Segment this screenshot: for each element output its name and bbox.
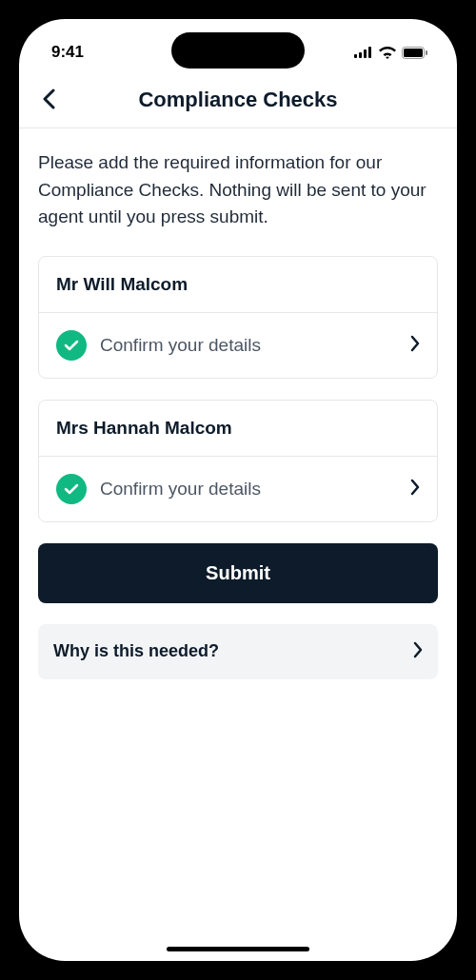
why-needed-label: Why is this needed?	[53, 641, 219, 661]
svg-rect-6	[426, 50, 427, 55]
status-indicators	[354, 47, 428, 59]
chevron-left-icon	[42, 88, 55, 109]
check-circle-icon	[56, 330, 87, 361]
submit-button[interactable]: Submit	[38, 543, 438, 603]
content-area: Please add the required information for …	[19, 128, 457, 700]
back-button[interactable]	[38, 85, 59, 116]
svg-rect-3	[368, 47, 371, 58]
page-title: Compliance Checks	[38, 88, 438, 112]
phone-screen: 9:41 Compliance Checks Please add th	[19, 19, 457, 961]
wifi-icon	[379, 47, 396, 59]
chevron-right-icon	[410, 479, 420, 500]
confirm-details-row[interactable]: Confirm your details	[39, 313, 437, 378]
phone-power-button	[466, 268, 469, 371]
phone-frame: 9:41 Compliance Checks Please add th	[10, 10, 466, 970]
phone-notch	[171, 32, 305, 69]
confirm-details-label: Confirm your details	[100, 335, 397, 356]
status-time: 9:41	[51, 43, 84, 62]
phone-volume-up	[7, 247, 10, 312]
phone-side-button	[7, 190, 10, 223]
confirm-details-row[interactable]: Confirm your details	[39, 457, 437, 521]
signal-icon	[354, 47, 373, 58]
check-circle-icon	[56, 474, 87, 504]
why-needed-row[interactable]: Why is this needed?	[38, 624, 438, 679]
home-indicator[interactable]	[167, 947, 309, 951]
phone-volume-down	[7, 327, 10, 392]
battery-icon	[402, 47, 428, 59]
svg-rect-0	[354, 54, 357, 58]
nav-header: Compliance Checks	[19, 70, 457, 127]
person-name: Mr Will Malcom	[39, 257, 437, 313]
person-name: Mrs Hannah Malcom	[39, 401, 437, 457]
chevron-right-icon	[413, 641, 423, 662]
confirm-details-label: Confirm your details	[100, 479, 397, 500]
svg-rect-5	[404, 49, 423, 57]
svg-rect-1	[359, 52, 362, 58]
chevron-right-icon	[410, 335, 420, 356]
intro-text: Please add the required information for …	[38, 149, 438, 231]
person-card: Mrs Hannah Malcom Confirm your details	[38, 400, 438, 522]
person-card: Mr Will Malcom Confirm your details	[38, 256, 438, 379]
svg-rect-2	[364, 49, 367, 58]
